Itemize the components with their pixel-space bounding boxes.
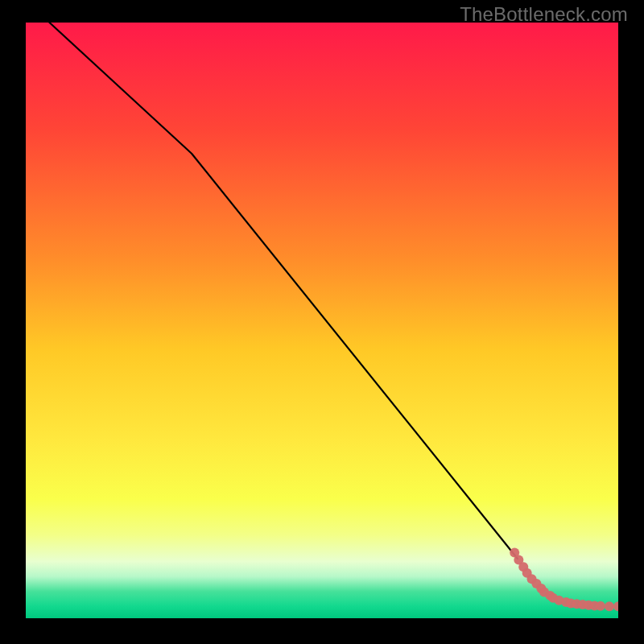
data-point (605, 601, 614, 611)
plot-svg (26, 23, 618, 618)
chart-container: TheBottleneck.com (0, 0, 644, 644)
data-point (596, 601, 605, 611)
plot-canvas (26, 23, 618, 618)
gradient-background (26, 23, 618, 618)
